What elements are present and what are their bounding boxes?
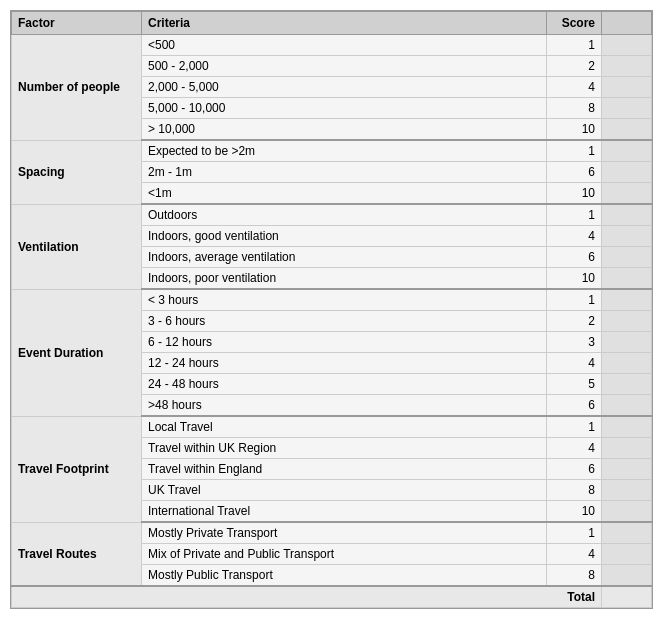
criteria-cell: UK Travel [142,480,547,501]
total-label: Total [12,586,602,608]
score-input-cell[interactable] [602,35,652,56]
header-criteria: Criteria [142,12,547,35]
criteria-cell: Travel within UK Region [142,438,547,459]
criteria-cell: 12 - 24 hours [142,353,547,374]
factor-cell: Spacing [12,140,142,204]
header-input [602,12,652,35]
criteria-cell: Mix of Private and Public Transport [142,544,547,565]
score-input-cell[interactable] [602,98,652,119]
score-input-cell[interactable] [602,544,652,565]
score-cell: 1 [547,522,602,544]
criteria-cell: Mostly Private Transport [142,522,547,544]
score-cell: 6 [547,459,602,480]
criteria-cell: Outdoors [142,204,547,226]
criteria-cell: < 3 hours [142,289,547,311]
score-input-cell[interactable] [602,522,652,544]
score-cell: 10 [547,119,602,141]
factor-cell: Ventilation [12,204,142,289]
criteria-cell: Indoors, good ventilation [142,226,547,247]
score-input-cell[interactable] [602,438,652,459]
score-input-cell[interactable] [602,204,652,226]
score-input-cell[interactable] [602,332,652,353]
score-input-cell[interactable] [602,565,652,587]
score-input-cell[interactable] [602,140,652,162]
score-input-cell[interactable] [602,353,652,374]
criteria-cell: 500 - 2,000 [142,56,547,77]
criteria-cell: Indoors, average ventilation [142,247,547,268]
score-cell: 4 [547,226,602,247]
score-input-cell[interactable] [602,480,652,501]
criteria-cell: 5,000 - 10,000 [142,98,547,119]
score-cell: 10 [547,501,602,523]
score-cell: 10 [547,268,602,290]
criteria-cell: 6 - 12 hours [142,332,547,353]
score-cell: 4 [547,544,602,565]
score-cell: 5 [547,374,602,395]
criteria-cell: 24 - 48 hours [142,374,547,395]
score-input-cell[interactable] [602,183,652,205]
factor-cell: Event Duration [12,289,142,416]
criteria-cell: Expected to be >2m [142,140,547,162]
header-factor: Factor [12,12,142,35]
score-cell: 1 [547,35,602,56]
score-cell: 8 [547,565,602,587]
score-input-cell[interactable] [602,416,652,438]
score-cell: 1 [547,416,602,438]
score-cell: 10 [547,183,602,205]
score-cell: 8 [547,98,602,119]
score-cell: 8 [547,480,602,501]
criteria-cell: 2m - 1m [142,162,547,183]
criteria-cell: >48 hours [142,395,547,417]
criteria-cell: Local Travel [142,416,547,438]
criteria-cell: International Travel [142,501,547,523]
header-score: Score [547,12,602,35]
factor-cell: Travel Routes [12,522,142,586]
score-cell: 6 [547,162,602,183]
score-input-cell[interactable] [602,268,652,290]
score-input-cell[interactable] [602,247,652,268]
score-cell: 4 [547,438,602,459]
score-input-cell[interactable] [602,289,652,311]
score-cell: 3 [547,332,602,353]
factor-cell: Travel Footprint [12,416,142,522]
score-input-cell[interactable] [602,77,652,98]
score-cell: 1 [547,140,602,162]
criteria-cell: Indoors, poor ventilation [142,268,547,290]
score-input-cell[interactable] [602,162,652,183]
score-input-cell[interactable] [602,459,652,480]
score-input-cell[interactable] [602,501,652,523]
criteria-cell: <1m [142,183,547,205]
score-input-cell[interactable] [602,56,652,77]
score-cell: 2 [547,311,602,332]
criteria-cell: Mostly Public Transport [142,565,547,587]
score-input-cell[interactable] [602,311,652,332]
criteria-cell: <500 [142,35,547,56]
score-cell: 6 [547,395,602,417]
score-cell: 1 [547,204,602,226]
score-cell: 1 [547,289,602,311]
criteria-cell: 3 - 6 hours [142,311,547,332]
score-input-cell[interactable] [602,226,652,247]
criteria-cell: > 10,000 [142,119,547,141]
criteria-cell: 2,000 - 5,000 [142,77,547,98]
score-input-cell[interactable] [602,119,652,141]
score-input-cell[interactable] [602,374,652,395]
factor-cell: Number of people [12,35,142,141]
total-input-cell[interactable] [602,586,652,608]
score-input-cell[interactable] [602,395,652,417]
scoring-table: Factor Criteria Score Number of people<5… [10,10,653,609]
score-cell: 4 [547,353,602,374]
score-cell: 4 [547,77,602,98]
criteria-cell: Travel within England [142,459,547,480]
score-cell: 2 [547,56,602,77]
score-cell: 6 [547,247,602,268]
